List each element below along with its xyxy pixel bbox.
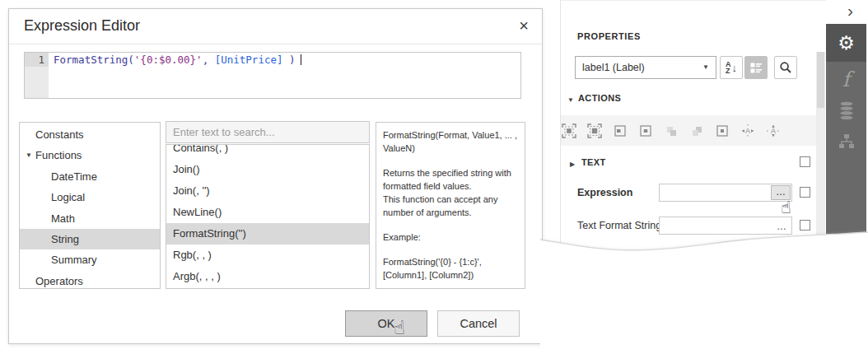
function-description: FormatString(Format, Value1, ... , Value… <box>376 122 525 289</box>
bring-to-front-icon <box>664 123 679 138</box>
list-item-contains[interactable]: Contains(, ) <box>166 144 369 159</box>
tree-item-summary[interactable]: Summary <box>20 249 160 270</box>
description-signature: FormatString(Format, Value1, ... , Value… <box>383 129 518 156</box>
sort-az-button[interactable]: AZ ↓ <box>720 56 743 79</box>
text-format-ellipsis-button[interactable]: … <box>777 219 786 234</box>
expression-field: … <box>659 184 792 202</box>
expression-ellipsis-button[interactable]: … <box>771 185 791 200</box>
close-icon[interactable]: × <box>519 16 529 35</box>
align-center-icon[interactable] <box>638 123 653 138</box>
align-left-icon[interactable] <box>613 123 628 138</box>
function-fx-icon: f <box>842 68 850 91</box>
collapse-panel-icon[interactable]: › <box>847 1 853 21</box>
category-tree: Constants ▼ Functions DateTime Logical M… <box>19 122 161 289</box>
fit-size-icon[interactable] <box>587 123 602 138</box>
code-close-token: ) <box>282 54 295 66</box>
svg-text:A: A <box>771 127 776 135</box>
list-item-formatstring[interactable]: FormatString('') <box>166 223 369 245</box>
list-item-newline[interactable]: NewLine() <box>166 202 369 223</box>
text-format-string-input[interactable] <box>660 217 791 234</box>
tab-expressions[interactable]: f <box>826 67 866 91</box>
list-item-rgb[interactable]: Rgb(, , ) <box>166 245 369 266</box>
search-properties-button[interactable] <box>774 56 797 79</box>
tab-report-explorer[interactable] <box>826 129 866 154</box>
code-line[interactable]: FormatString('{0:$0.00}', [UnitPrice] ) <box>49 53 301 98</box>
tree-item-logical[interactable]: Logical <box>20 187 160 207</box>
dialog-title: Expression Editor <box>24 17 140 35</box>
category-view-icon <box>749 61 763 74</box>
tab-field-list[interactable] <box>826 98 866 123</box>
align-middle-icon[interactable] <box>715 123 730 138</box>
control-selector-dropdown[interactable]: label1 (Label) ▼ <box>575 56 716 79</box>
properties-header: PROPERTIES <box>577 31 641 41</box>
expression-editor-dialog: Expression Editor × 1 FormatString('{0:$… <box>8 8 543 344</box>
text-format-string-label: Text Format String <box>577 220 661 231</box>
dialog-header: Expression Editor × <box>9 9 542 44</box>
category-view-button[interactable] <box>744 56 768 79</box>
database-icon <box>838 100 856 120</box>
description-example: FormatString('{0} - {1:c}', [Column1], [… <box>383 256 518 282</box>
text-format-checkbox[interactable] <box>800 220 810 231</box>
line-number-gutter: 1 <box>25 53 49 98</box>
list-item-join2[interactable]: Join(, '') <box>166 180 369 202</box>
sort-az-icon: AZ ↓ <box>726 61 737 74</box>
code-field-token: [UnitPrice] <box>208 54 282 66</box>
expression-label: Expression <box>577 187 632 198</box>
properties-panel: PROPERTIES label1 (Label) ▼ AZ ↓ <box>560 0 826 247</box>
expression-checkbox[interactable] <box>800 187 810 198</box>
expand-arrow-icon[interactable]: ▶ <box>570 161 575 168</box>
expand-arrow-icon[interactable]: ▼ <box>26 145 32 165</box>
actions-toolbar: A A <box>561 115 816 146</box>
cancel-button[interactable]: Cancel <box>437 310 520 337</box>
list-item-join[interactable]: Join() <box>166 159 369 180</box>
code-string-token: '{0:$0.00}' <box>134 54 203 66</box>
center-vertically-icon[interactable]: A <box>766 123 781 138</box>
send-to-back-icon <box>689 123 704 138</box>
tree-item-math[interactable]: Math <box>20 208 160 229</box>
svg-text:A: A <box>745 127 750 135</box>
line-number: 1 <box>25 53 49 67</box>
hierarchy-tree-icon <box>838 133 856 151</box>
chevron-down-icon: ▼ <box>702 57 709 78</box>
scrollbar-thumb[interactable] <box>817 52 824 108</box>
expression-code-editor[interactable]: 1 FormatString('{0:$0.00}', [UnitPrice] … <box>24 52 521 99</box>
control-selector-value: label1 (Label) <box>582 62 645 73</box>
text-format-string-field: … <box>659 217 792 235</box>
function-list: Contains(, ) Join() Join(, '') NewLine()… <box>166 144 370 289</box>
tree-item-functions[interactable]: ▼ Functions <box>20 145 160 165</box>
ok-button[interactable]: OK <box>345 310 427 337</box>
center-horizontally-icon[interactable]: A <box>740 123 755 138</box>
text-caret <box>301 54 301 65</box>
collapse-arrow-icon[interactable]: ▼ <box>567 96 574 104</box>
tree-item-constants[interactable]: Constants <box>20 124 160 145</box>
search-input[interactable] <box>166 122 369 142</box>
code-function-token: FormatString( <box>54 54 134 66</box>
gear-icon: ⚙ <box>838 32 855 54</box>
properties-scrollbar[interactable] <box>816 52 825 240</box>
designer-side-toolbar: ⚙ f <box>826 24 866 245</box>
tree-item-operators[interactable]: Operators <box>20 271 160 291</box>
list-item-argb[interactable]: Argb(, , , ) <box>166 266 369 287</box>
screen: Expression Editor × 1 FormatString('{0:$… <box>0 0 868 354</box>
function-search-box <box>166 121 370 143</box>
search-icon <box>779 61 792 74</box>
text-section-header[interactable]: TEXT <box>581 157 606 167</box>
actions-section-header[interactable]: ACTIONS <box>578 93 621 103</box>
description-body: Returns the specified string with format… <box>383 167 518 220</box>
tree-item-string[interactable]: String <box>20 229 160 249</box>
fit-width-icon[interactable] <box>562 123 576 138</box>
tree-item-datetime[interactable]: DateTime <box>20 166 160 187</box>
description-example-label: Example: <box>383 231 518 245</box>
text-section-checkbox[interactable] <box>800 156 810 167</box>
tab-properties[interactable]: ⚙ <box>826 24 866 62</box>
